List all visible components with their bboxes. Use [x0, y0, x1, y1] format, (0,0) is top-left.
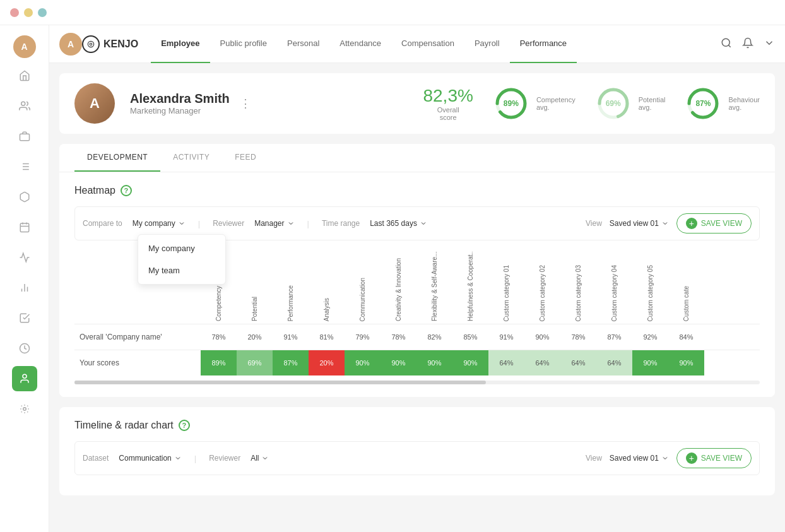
svg-rect-8 — [20, 223, 29, 232]
svg-point-19 — [90, 43, 92, 45]
heatmap-section: Heatmap ? Compare to My company | Re — [59, 172, 775, 397]
sidebar-item-tasks[interactable] — [12, 305, 37, 331]
time-range-label: Time range — [322, 219, 360, 228]
cell-1-5: 90% — [381, 350, 416, 375]
cell-1-4: 90% — [345, 350, 381, 375]
svg-line-21 — [728, 45, 730, 47]
timeline-filter-bar: Dataset Communication | Reviewer All Vie… — [74, 441, 760, 475]
sidebar-item-activity[interactable] — [12, 245, 37, 270]
view-select[interactable]: Saved view 01 — [610, 219, 669, 228]
sidebar-item-list[interactable] — [12, 154, 37, 179]
cell-0-3: 81% — [309, 324, 345, 350]
time-range-select[interactable]: Last 365 days — [370, 219, 427, 228]
chevron-down-icon[interactable] — [764, 37, 775, 51]
cell-1-13: 90% — [668, 350, 704, 375]
sidebar-item-clock[interactable] — [12, 336, 37, 361]
cell-0-0: 78% — [201, 324, 237, 350]
sidebar-avatar[interactable]: A — [13, 35, 36, 58]
overall-score-label: Overallscore — [423, 106, 473, 121]
logo-circle — [82, 35, 100, 53]
sidebar-item-settings[interactable] — [12, 396, 37, 422]
col-header-5: Creativity & Innovation — [381, 258, 416, 324]
potential-score: 69% Potentialavg. — [596, 86, 666, 121]
cell-1-8: 64% — [488, 350, 524, 375]
compare-to-select[interactable]: My company — [133, 219, 186, 228]
svg-rect-1 — [20, 134, 29, 141]
more-options-icon[interactable]: ⋮ — [240, 97, 251, 110]
timeline-title-text: Timeline & radar chart — [74, 420, 174, 431]
cell-0-4: 79% — [345, 324, 381, 350]
heatmap-help-icon[interactable]: ? — [121, 185, 132, 196]
sidebar-item-calendar[interactable] — [12, 215, 37, 240]
cell-0-13: 84% — [668, 324, 704, 350]
cell-1-10: 64% — [560, 350, 596, 375]
timeline-save-view-button[interactable]: + SAVE VIEW — [676, 448, 752, 468]
timeline-reviewer-label: Reviewer — [209, 454, 240, 463]
timeline-save-view-plus-icon: + — [686, 452, 697, 464]
cell-0-5: 78% — [381, 324, 416, 350]
profile-card: A Alexandra Smith Marketing Manager ⋮ 82… — [59, 73, 775, 134]
dropdown-item-my-team[interactable]: My team — [138, 259, 225, 281]
compare-to-dropdown: My company My team — [138, 234, 226, 285]
sidebar-item-home[interactable] — [12, 63, 37, 88]
behaviour-circle: 87% — [685, 86, 721, 121]
competency-value: 89% — [504, 99, 519, 108]
scroll-track[interactable] — [74, 381, 760, 384]
sidebar-item-people[interactable] — [12, 93, 37, 119]
sidebar-item-chart[interactable] — [12, 275, 37, 300]
timeline-title: Timeline & radar chart ? — [74, 420, 760, 431]
dropdown-item-my-company[interactable]: My company — [138, 237, 225, 259]
tab-performance[interactable]: Performance — [510, 25, 577, 63]
svg-point-20 — [722, 38, 729, 46]
bell-icon[interactable] — [742, 37, 753, 51]
tab-public-profile[interactable]: Public profile — [210, 25, 277, 63]
tab-payroll[interactable]: Payroll — [464, 25, 510, 63]
timeline-filter-right: View Saved view 01 + SAVE VIEW — [586, 448, 752, 468]
col-header-10: Custom category 03 — [560, 265, 596, 324]
cell-0-11: 87% — [596, 324, 632, 350]
cell-1-0: 89% — [201, 350, 237, 375]
behaviour-value: 87% — [695, 99, 711, 108]
cell-0-8: 91% — [488, 324, 524, 350]
heatmap-column-headers: Competency average Potential Performance… — [201, 248, 760, 324]
search-icon[interactable] — [721, 37, 732, 51]
profile-name: Alexandra Smith — [130, 92, 230, 106]
timeline-view-select[interactable]: Saved view 01 — [610, 454, 669, 463]
save-view-button[interactable]: + SAVE VIEW — [676, 213, 752, 233]
sidebar-item-performance[interactable] — [12, 366, 37, 391]
col-header-9: Custom category 02 — [524, 265, 560, 324]
sidebar-item-plane[interactable] — [12, 184, 37, 210]
reviewer-label: Reviewer — [213, 219, 244, 228]
dot-teal — [38, 8, 47, 17]
timeline-reviewer-select[interactable]: All — [251, 454, 269, 463]
tab-feed[interactable]: FEED — [222, 144, 269, 172]
tab-attendance[interactable]: Attendance — [329, 25, 391, 63]
timeline-dataset-label: Dataset — [83, 454, 109, 463]
cell-1-9: 64% — [524, 350, 560, 375]
filter-right: View Saved view 01 + SAVE VIEW — [586, 213, 752, 233]
tab-personal[interactable]: Personal — [277, 25, 329, 63]
tab-compensation[interactable]: Compensation — [391, 25, 464, 63]
heatmap-title-text: Heatmap — [74, 185, 115, 196]
tab-activity[interactable]: ACTIVITY — [160, 144, 222, 172]
tab-employee[interactable]: Employee — [151, 25, 210, 63]
timeline-dataset-select[interactable]: Communication — [119, 454, 181, 463]
timeline-help-icon[interactable]: ? — [179, 420, 190, 431]
heatmap-title: Heatmap ? — [74, 185, 760, 196]
reviewer-select[interactable]: Manager — [254, 219, 294, 228]
col-header-6: Flexibility & Self-Aware... — [416, 252, 452, 324]
cell-1-3: 20% — [309, 350, 345, 375]
col-header-13: Custom cate — [668, 286, 704, 324]
cell-0-1: 20% — [237, 324, 273, 350]
overall-score-value: 82,3% — [423, 86, 473, 106]
heatmap-row-overall: Overall 'Company name' 78% 20% 91% 81% 7… — [74, 324, 760, 350]
tab-development[interactable]: DEVELOPMENT — [74, 144, 160, 172]
sidebar-item-briefcase[interactable] — [12, 124, 37, 149]
content-area: A Alexandra Smith Marketing Manager ⋮ 82… — [49, 63, 785, 532]
timeline-section: Timeline & radar chart ? Dataset Communi… — [59, 407, 775, 495]
logo-text: KENJO — [103, 38, 138, 50]
cell-1-12: 90% — [632, 350, 668, 375]
col-header-11: Custom category 04 — [596, 265, 632, 324]
potential-label: Potentialavg. — [639, 96, 666, 111]
competency-label: Competencyavg. — [536, 96, 575, 111]
